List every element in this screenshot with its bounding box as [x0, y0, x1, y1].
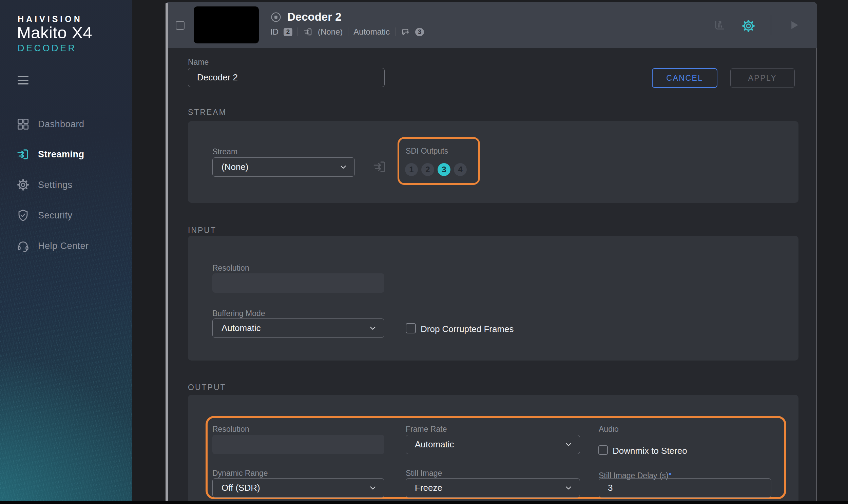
mode-meta-value: Automatic: [354, 27, 390, 37]
header-divider: [771, 15, 771, 35]
chevron-down-icon: [370, 486, 376, 490]
device-mode-label: DECODER: [18, 43, 77, 54]
sidebar-item-label: Settings: [38, 180, 73, 190]
stream-meta-icon: [303, 27, 313, 37]
stream-label: Stream: [212, 147, 237, 156]
chevron-down-icon: [370, 326, 376, 330]
security-shield-icon: [16, 209, 30, 222]
audio-label: Audio: [599, 425, 619, 434]
sidebar-item-settings[interactable]: Settings: [0, 169, 132, 200]
video-preview-thumbnail: [194, 6, 259, 43]
decoder-select-checkbox[interactable]: [176, 21, 184, 30]
sidebar-item-streaming[interactable]: Streaming: [0, 139, 132, 169]
chevron-down-icon: [565, 486, 572, 490]
sidebar-item-label: Dashboard: [38, 119, 85, 129]
help-center-headset-icon: [16, 239, 30, 253]
stream-section-heading: STREAM: [188, 108, 227, 117]
sidebar-item-label: Streaming: [38, 149, 85, 160]
sdi-outputs-label: SDI Outputs: [406, 146, 448, 156]
id-label: ID: [270, 27, 278, 37]
decoder-meta-row: ID 2 (None) Automatic 3: [270, 26, 424, 37]
input-resolution-field: [212, 273, 384, 293]
statistics-chart-icon[interactable]: [713, 19, 726, 32]
sidebar-item-help-center[interactable]: Help Center: [0, 231, 132, 261]
play-icon[interactable]: [788, 19, 800, 32]
decoder-title: Decoder 2: [287, 11, 342, 23]
stream-link-icon: [373, 159, 387, 174]
panel-scrollbar[interactable]: [165, 3, 168, 501]
id-badge: 2: [284, 28, 292, 36]
downmix-to-stereo-label: Downmix to Stereo: [613, 446, 687, 456]
outputs-count-badge: 3: [415, 28, 424, 36]
sdi-output-circle[interactable]: 1: [405, 163, 418, 176]
hamburger-menu-icon[interactable]: [18, 76, 29, 85]
bottom-strip: [0, 501, 848, 504]
meta-divider: [348, 28, 348, 36]
drop-corrupted-frames-checkbox[interactable]: [406, 323, 416, 334]
sidebar-item-label: Help Center: [38, 241, 89, 251]
still-image-delay-input[interactable]: [599, 478, 771, 498]
frame-rate-value: Automatic: [415, 439, 454, 450]
input-resolution-label: Resolution: [212, 264, 249, 273]
sdi-output-circle[interactable]: 3: [437, 163, 450, 176]
brand-logo: HAIVISION: [18, 14, 83, 24]
dashboard-icon: [16, 118, 30, 131]
input-section-heading: INPUT: [188, 226, 216, 235]
sdi-output-meta-icon: [401, 27, 410, 37]
name-label: Name: [188, 58, 209, 67]
still-image-dropdown[interactable]: Freeze: [406, 478, 580, 498]
required-marker: •: [669, 469, 672, 479]
sdi-output-circle[interactable]: 4: [454, 163, 467, 176]
sidebar-item-label: Security: [38, 210, 73, 221]
buffering-mode-value: Automatic: [221, 323, 261, 334]
sidebar-item-dashboard[interactable]: Dashboard: [0, 109, 132, 139]
decoder-settings-gear-icon[interactable]: [741, 19, 756, 33]
output-resolution-label: Resolution: [212, 425, 249, 434]
input-card: [188, 236, 798, 361]
name-input[interactable]: [188, 68, 385, 87]
output-resolution-field: [212, 435, 384, 454]
dynamic-range-label: Dynamic Range: [212, 469, 268, 478]
buffering-mode-label: Buffering Mode: [212, 309, 265, 318]
dynamic-range-dropdown[interactable]: Off (SDR): [212, 478, 384, 498]
meta-divider: [297, 28, 298, 36]
drop-corrupted-frames-label: Drop Corrupted Frames: [421, 324, 514, 335]
chevron-down-icon: [340, 165, 346, 169]
chevron-down-icon: [565, 443, 572, 447]
product-name: Makito X4: [17, 23, 92, 42]
meta-divider: [395, 28, 396, 36]
decoder-title-row: Decoder 2: [271, 11, 342, 23]
apply-button[interactable]: APPLY: [730, 68, 795, 88]
output-section-heading: OUTPUT: [188, 383, 226, 392]
stopped-status-icon: [271, 12, 281, 22]
frame-rate-dropdown[interactable]: Automatic: [406, 435, 580, 454]
stream-dropdown[interactable]: (None): [212, 157, 355, 177]
sdi-output-circle[interactable]: 2: [421, 163, 434, 176]
still-image-value: Freeze: [415, 483, 442, 493]
settings-gear-icon: [16, 178, 30, 192]
cancel-button[interactable]: CANCEL: [652, 68, 717, 88]
stream-dropdown-value: (None): [221, 162, 248, 172]
downmix-to-stereo-checkbox[interactable]: [598, 445, 608, 455]
frame-rate-label: Frame Rate: [406, 425, 447, 434]
streaming-icon: [16, 147, 30, 161]
dynamic-range-value: Off (SDR): [221, 483, 260, 493]
stream-meta-value: (None): [318, 27, 343, 37]
makito-x4-decoder-page: HAIVISION Makito X4 DECODER Dashboard St…: [0, 0, 848, 504]
buffering-mode-dropdown[interactable]: Automatic: [212, 319, 384, 338]
sidebar-item-security[interactable]: Security: [0, 200, 132, 231]
sidebar: HAIVISION Makito X4 DECODER Dashboard St…: [0, 0, 132, 501]
still-image-label: Still Image: [406, 469, 442, 478]
